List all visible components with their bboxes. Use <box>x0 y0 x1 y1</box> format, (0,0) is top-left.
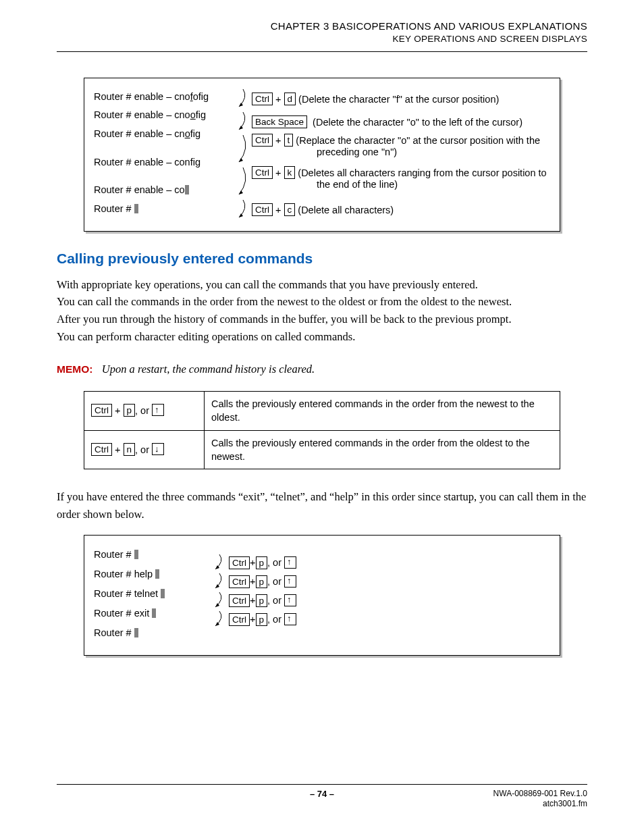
curved-arrow-icon <box>235 166 250 199</box>
key-ctrl: Ctrl <box>229 575 250 588</box>
figure-char-edit: Router # enable – cnofofig Router # enab… <box>84 78 560 232</box>
curved-arrow-icon <box>211 553 226 572</box>
header-rule <box>57 51 587 52</box>
up-arrow-key-icon <box>152 404 164 416</box>
explain-cont: preceding one "n") <box>317 147 397 157</box>
curved-arrow-icon <box>211 591 226 610</box>
chapter-line: CHAPTER 3 BASICOPERATIONS AND VARIOUS EX… <box>57 19 587 33</box>
term-line: Router # <box>94 623 211 643</box>
body-paragraph: If you have entered the three commands “… <box>57 488 587 523</box>
up-arrow-key-icon <box>284 594 296 606</box>
body-paragraph: With appropriate key operations, you can… <box>57 276 587 294</box>
key-p: p <box>256 613 268 626</box>
key-ctrl: Ctrl <box>252 203 273 216</box>
key-d: d <box>284 93 296 105</box>
term-line: Router # <box>94 200 233 219</box>
key-ctrl: Ctrl <box>229 556 250 569</box>
curved-arrow-icon <box>235 199 250 221</box>
key-backspace: Back Space <box>252 115 307 128</box>
key-ctrl: Ctrl <box>252 93 273 105</box>
memo-text: Upon a restart, the command history is c… <box>102 363 315 375</box>
section-heading: Calling previously entered commands <box>57 251 587 267</box>
curved-arrow-icon <box>211 572 226 591</box>
key-ctrl: Ctrl <box>91 443 112 456</box>
key-c: c <box>284 203 296 216</box>
page-footer: – 74 – NWA-008869-001 Rev.1.0 atch3001.f… <box>57 784 587 810</box>
explain-cont: the end of the line) <box>317 179 398 190</box>
explain-text: (Deletes all characters ranging from the… <box>298 167 546 178</box>
curved-arrow-icon <box>235 134 250 166</box>
history-key-table: Ctrl + p, or Calls the previously entere… <box>84 391 560 469</box>
key-ctrl: Ctrl <box>252 134 273 147</box>
key-cell: Ctrl + n, or <box>84 430 205 469</box>
term-line: Router # enable – cnofig <box>94 125 233 144</box>
term-line: Router # enable – cnofofig <box>94 88 233 107</box>
file-line: atch3001.fm <box>493 799 587 810</box>
term-line: Router # enable – co <box>94 181 233 200</box>
curved-arrow-icon <box>235 88 250 111</box>
figure2-left-col: Router # Router # help Router # telnet R… <box>94 545 211 643</box>
section-line: KEY OPERATIONS AND SCREEN DISPLAYS <box>57 33 587 46</box>
key-p: p <box>256 575 268 588</box>
memo-label: MEMO: <box>57 363 92 375</box>
curved-arrow-icon <box>235 111 250 134</box>
key-p: p <box>256 556 268 569</box>
page-header: CHAPTER 3 BASICOPERATIONS AND VARIOUS EX… <box>57 19 587 46</box>
key-p: p <box>124 404 136 417</box>
explain-text: (Delete the character "f" at the cursor … <box>298 94 499 105</box>
key-n: n <box>124 443 136 456</box>
figure2-right-col: Ctrl + p, or Ctrl + p, or Ctrl + p, or C… <box>211 545 296 629</box>
body-paragraph: You can perform character editing operat… <box>57 328 587 346</box>
term-line: Router # help <box>94 565 211 584</box>
up-arrow-key-icon <box>284 575 296 588</box>
table-row: Ctrl + p, or Calls the previously entere… <box>84 392 560 431</box>
figure1-left-col: Router # enable – cnofofig Router # enab… <box>94 88 233 218</box>
key-p: p <box>256 594 268 607</box>
table-row: Ctrl + n, or Calls the previously entere… <box>84 430 560 469</box>
term-line: Router # exit <box>94 604 211 623</box>
key-t: t <box>284 134 294 147</box>
up-arrow-key-icon <box>284 556 296 569</box>
curved-arrow-icon <box>211 610 226 629</box>
term-line: Router # telnet <box>94 584 211 604</box>
key-ctrl: Ctrl <box>252 166 273 179</box>
explain-text: (Delete the character "o" to the left of… <box>313 117 522 128</box>
key-ctrl: Ctrl <box>229 594 250 607</box>
explain-text: (Replace the character "o" at the cursor… <box>296 135 540 146</box>
body-paragraph: After you run through the history of com… <box>57 311 587 328</box>
term-line: Router # enable – config <box>94 153 233 172</box>
key-ctrl: Ctrl <box>229 613 250 626</box>
figure1-right-col: Ctrl + d (Delete the character "f" at th… <box>233 88 550 221</box>
term-line: Router # enable – cnoofig <box>94 106 233 125</box>
memo-block: MEMO: Upon a restart, the command histor… <box>57 363 587 376</box>
figure-history-example: Router # Router # help Router # telnet R… <box>84 535 560 656</box>
key-cell: Ctrl + p, or <box>84 392 205 431</box>
desc-cell: Calls the previously entered commands in… <box>205 430 560 469</box>
explain-text: (Delete all characters) <box>298 205 394 215</box>
body-paragraph: You can call the commands in the order f… <box>57 293 587 311</box>
desc-cell: Calls the previously entered commands in… <box>205 392 560 431</box>
page-number: – 74 – <box>57 789 587 799</box>
down-arrow-key-icon <box>152 443 164 455</box>
term-line: Router # <box>94 545 211 565</box>
key-k: k <box>284 166 296 179</box>
up-arrow-key-icon <box>284 613 296 625</box>
key-ctrl: Ctrl <box>91 404 112 417</box>
